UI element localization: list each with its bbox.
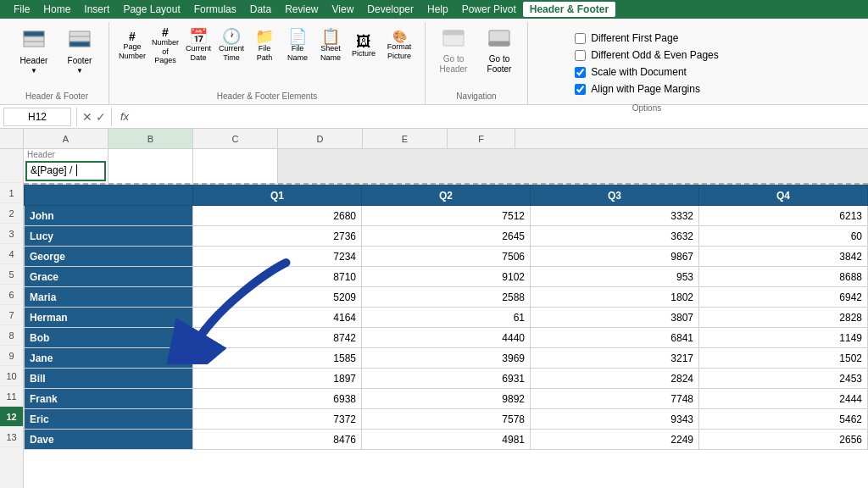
cell-q4-13[interactable]: 2656 — [699, 430, 868, 450]
cell-q4-6[interactable]: 6942 — [699, 287, 868, 308]
row-num-9[interactable]: 9 — [0, 346, 23, 366]
different-first-page-checkbox[interactable] — [575, 33, 586, 44]
col-header-d[interactable]: D — [278, 129, 363, 148]
cell-q2-9[interactable]: 3969 — [362, 348, 531, 369]
cell-name-11[interactable]: Frank — [25, 389, 193, 409]
table-row[interactable]: Maria5209258818026942 — [25, 287, 868, 308]
cell-q1-6[interactable]: 5209 — [193, 287, 362, 308]
table-row[interactable]: Grace871091029538688 — [25, 267, 868, 287]
row-num-3[interactable]: 3 — [0, 224, 23, 244]
page-number-button[interactable]: # PageNumber — [116, 25, 148, 66]
cell-q1-11[interactable]: 6938 — [193, 389, 362, 409]
cell-q4-5[interactable]: 8688 — [699, 267, 868, 287]
cell-q3-8[interactable]: 6841 — [531, 328, 699, 348]
cell-q3-7[interactable]: 3807 — [531, 308, 699, 328]
cell-name-10[interactable]: Bill — [25, 369, 193, 389]
row-num-4[interactable]: 4 — [0, 244, 23, 264]
cell-q4-2[interactable]: 6213 — [699, 206, 868, 226]
number-of-pages-button[interactable]: # Numberof Pages — [149, 25, 181, 66]
row-num-1[interactable]: 1 — [0, 183, 23, 203]
file-path-button[interactable]: 📁 FilePath — [248, 25, 281, 66]
row-num-7[interactable]: 7 — [0, 305, 23, 325]
cell-q3-11[interactable]: 7748 — [531, 389, 699, 409]
row-num-11[interactable]: 11 — [0, 386, 23, 407]
cell-q1-13[interactable]: 8476 — [193, 430, 362, 450]
table-row[interactable]: Lucy27362645363260 — [25, 226, 868, 247]
cell-q2-2[interactable]: 7512 — [362, 206, 531, 226]
cell-name-7[interactable]: Herman — [25, 308, 193, 328]
table-row[interactable]: Bill1897693128242453 — [25, 369, 868, 389]
col-header-b[interactable]: B — [108, 129, 193, 148]
cell-q4-4[interactable]: 3842 — [699, 247, 868, 267]
cell-q4-10[interactable]: 2453 — [699, 369, 868, 389]
menu-help[interactable]: Help — [420, 2, 455, 17]
cell-q3-13[interactable]: 2249 — [531, 430, 699, 450]
scale-with-document-checkbox[interactable] — [575, 67, 586, 78]
current-date-button[interactable]: 📅 CurrentDate — [182, 25, 214, 66]
go-to-header-button[interactable]: Go toHeader — [432, 25, 475, 78]
menu-header-footer[interactable]: Header & Footer — [523, 2, 615, 17]
header-edit-input[interactable]: &[Page] / — [25, 161, 106, 181]
cell-q2-3[interactable]: 2645 — [362, 226, 531, 247]
col-header-e[interactable]: E — [363, 129, 448, 148]
table-row[interactable]: Eric7372757893435462 — [25, 409, 868, 430]
row-num-6[interactable]: 6 — [0, 285, 23, 305]
table-row[interactable]: George7234750698673842 — [25, 247, 868, 267]
cell-q2-6[interactable]: 2588 — [362, 287, 531, 308]
cell-name-5[interactable]: Grace — [25, 267, 193, 287]
menu-insert[interactable]: Insert — [77, 2, 116, 17]
header-button[interactable]: Header ▼ — [12, 25, 56, 78]
cell-q1-8[interactable]: 8742 — [193, 328, 362, 348]
cell-reference-box[interactable]: H12 — [3, 108, 71, 126]
cell-name-3[interactable]: Lucy — [25, 226, 193, 247]
cell-q2-7[interactable]: 61 — [362, 308, 531, 328]
table-row[interactable]: Herman41646138072828 — [25, 308, 868, 328]
menu-power-pivot[interactable]: Power Pivot — [455, 2, 523, 17]
cell-name-2[interactable]: John — [25, 206, 193, 226]
header-section-middle[interactable] — [108, 149, 193, 183]
cell-q2-5[interactable]: 9102 — [362, 267, 531, 287]
col-header-f[interactable]: F — [448, 129, 515, 148]
cell-q3-9[interactable]: 3217 — [531, 348, 699, 369]
cell-q1-9[interactable]: 1585 — [193, 348, 362, 369]
cell-q4-11[interactable]: 2444 — [699, 389, 868, 409]
cell-q3-4[interactable]: 9867 — [531, 247, 699, 267]
cell-q1-3[interactable]: 2736 — [193, 226, 362, 247]
footer-button[interactable]: Footer ▼ — [58, 25, 102, 78]
table-row[interactable]: Dave8476498122492656 — [25, 430, 868, 450]
row-num-2[interactable]: 2 — [0, 203, 23, 224]
col-header-c[interactable]: C — [193, 129, 278, 148]
cell-name-8[interactable]: Bob — [25, 328, 193, 348]
format-picture-button[interactable]: 🎨 FormatPicture — [381, 25, 418, 66]
col-header-name[interactable] — [25, 186, 193, 206]
different-odd-even-checkbox[interactable] — [575, 50, 586, 61]
cell-q3-3[interactable]: 3632 — [531, 226, 699, 247]
file-name-button[interactable]: 📄 FileName — [281, 25, 314, 66]
cell-q2-4[interactable]: 7506 — [362, 247, 531, 267]
col-header-q1[interactable]: Q1 — [193, 186, 362, 206]
cell-q2-12[interactable]: 7578 — [362, 409, 531, 430]
current-time-button[interactable]: 🕐 CurrentTime — [215, 25, 248, 66]
table-row[interactable]: Jane1585396932171502 — [25, 348, 868, 369]
cell-name-13[interactable]: Dave — [25, 430, 193, 450]
go-to-footer-button[interactable]: Go toFooter — [478, 25, 520, 78]
menu-file[interactable]: File — [7, 2, 36, 17]
row-num-13[interactable]: 13 — [0, 427, 23, 447]
cell-q4-12[interactable]: 5462 — [699, 409, 868, 430]
cell-q1-4[interactable]: 7234 — [193, 247, 362, 267]
cell-q3-6[interactable]: 1802 — [531, 287, 699, 308]
cell-q1-2[interactable]: 2680 — [193, 206, 362, 226]
sheet-name-button[interactable]: 📋 SheetName — [314, 25, 347, 66]
menu-formulas[interactable]: Formulas — [187, 2, 243, 17]
table-row[interactable]: Frank6938989277482444 — [25, 389, 868, 409]
cell-q4-3[interactable]: 60 — [699, 226, 868, 247]
cancel-formula-icon[interactable]: ✕ — [82, 110, 92, 124]
cell-name-12[interactable]: Eric — [25, 409, 193, 430]
cell-q1-10[interactable]: 1897 — [193, 369, 362, 389]
col-header-q2[interactable]: Q2 — [362, 186, 531, 206]
row-num-10[interactable]: 10 — [0, 366, 23, 386]
cell-name-4[interactable]: George — [25, 247, 193, 267]
cell-q2-11[interactable]: 9892 — [362, 389, 531, 409]
cell-q1-12[interactable]: 7372 — [193, 409, 362, 430]
cell-q4-8[interactable]: 1149 — [699, 328, 868, 348]
